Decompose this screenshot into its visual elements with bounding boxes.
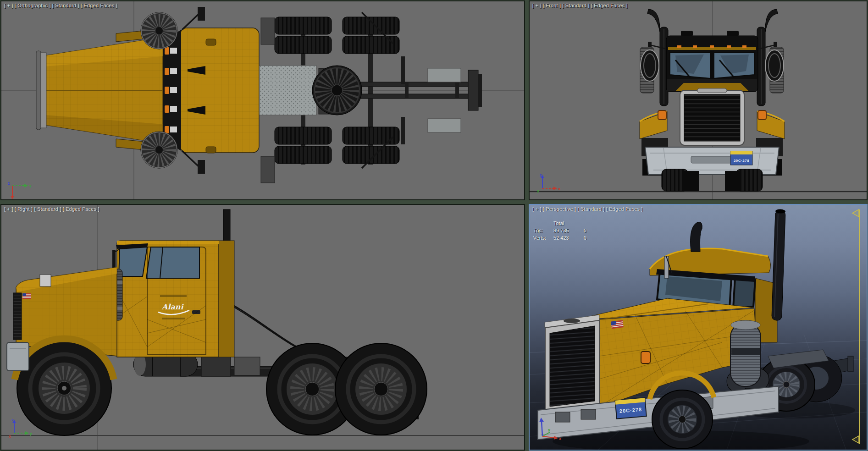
axis-gizmo-front-view: z x y	[537, 173, 560, 193]
stats-total-header: Total	[553, 220, 584, 228]
svg-text:Alani: Alani	[161, 302, 184, 311]
truck-perspective-view[interactable]: 20C·278	[538, 209, 855, 450]
exhaust-stack-left	[691, 222, 702, 252]
svg-text:z: z	[540, 173, 542, 177]
stats-verts-label: Verts:	[533, 235, 553, 242]
fender-marker-light	[658, 110, 666, 120]
exhaust-stack-right	[772, 209, 785, 320]
viewport-menu-general[interactable]: [ + ]	[4, 206, 13, 212]
axis-gizmo-top-view: z Y	[8, 181, 32, 199]
svg-text:x: x	[558, 187, 560, 191]
cab-side[interactable]: Alani	[116, 241, 234, 357]
differential	[312, 66, 362, 115]
svg-text:x: x	[559, 436, 561, 441]
license-plate: 20C·278	[615, 398, 647, 419]
step-box	[261, 18, 275, 44]
viewport-orthographic[interactable]: [ + ][ Orthographic ][ Standard ][ Edged…	[0, 0, 525, 200]
windshield-side	[119, 247, 147, 276]
grille-emblem	[697, 88, 727, 93]
viewport-menu-render-preset[interactable]: [ Standard ]	[52, 3, 79, 8]
cab-front[interactable]	[666, 31, 758, 92]
grille-front[interactable]	[680, 88, 744, 145]
svg-text:20C·278: 20C·278	[734, 159, 749, 163]
viewport-label-front: [ + ][ Front ][ Standard ][ Edged Faces …	[532, 3, 629, 8]
flag-decal	[22, 293, 31, 299]
svg-text:z: z	[11, 418, 14, 422]
stats-tris-delta: 0	[584, 228, 597, 235]
viewport-menu-pov[interactable]: [ Right ]	[15, 206, 33, 212]
svg-text:y: y	[548, 428, 550, 432]
svg-text:z: z	[8, 181, 10, 186]
viewport-menu-render-preset[interactable]: [ Standard ]	[34, 206, 61, 212]
svg-text:x: x	[9, 434, 11, 439]
viewport-menu-render-preset[interactable]: [ Standard ]	[562, 3, 589, 8]
viewport-menu-general[interactable]: [ + ]	[4, 3, 13, 8]
svg-text:y: y	[30, 431, 32, 436]
stats-tris-value: 89 735	[553, 228, 584, 235]
viewport-menu-general[interactable]: [ + ]	[532, 206, 542, 212]
viewport-label-perspective: [ + ][ Perspective ][ Standard ][ Edged …	[532, 206, 644, 212]
battery-box	[234, 357, 260, 375]
truck-side-view[interactable]: Alani	[7, 209, 427, 435]
right-scene[interactable]: Alani	[1, 205, 524, 450]
viewport-menu-render-preset[interactable]: [ Standard ]	[577, 206, 604, 212]
stats-verts-delta: 0	[584, 235, 597, 242]
tow-pin-hole	[581, 409, 596, 419]
step-box	[261, 156, 275, 183]
fender-marker-light	[758, 110, 766, 120]
viewport-menu-shading[interactable]: [ Edged Faces ]	[606, 206, 643, 212]
rear-wheel	[335, 343, 427, 435]
mirror-head	[198, 7, 205, 21]
orthographic-scene[interactable]: z Y	[1, 1, 524, 199]
viewport-menu-shading[interactable]: [ Edged Faces ]	[591, 3, 628, 8]
windshield-right	[733, 278, 755, 308]
grille[interactable]	[545, 315, 599, 412]
truck-top-view[interactable]	[36, 7, 482, 183]
viewport-menu-pov[interactable]: [ Orthographic ]	[15, 3, 51, 8]
viewport-menu-pov[interactable]: [ Front ]	[543, 3, 561, 8]
front-bumper-side	[7, 342, 29, 371]
hood-top[interactable]	[36, 29, 163, 152]
viewport-menu-pov[interactable]: [ Perspective ]	[543, 206, 576, 212]
viewport-front[interactable]: [ + ][ Front ][ Standard ][ Edged Faces …	[529, 0, 868, 200]
grille-side	[13, 293, 22, 340]
viewport-label-orthographic: [ + ][ Orthographic ][ Standard ][ Edged…	[4, 3, 119, 8]
deck-plate	[257, 66, 316, 115]
inner-tire	[683, 171, 699, 191]
headlight	[40, 275, 51, 286]
viewport-menu-shading[interactable]: [ Edged Faces ]	[63, 206, 100, 212]
svg-text:y: y	[537, 188, 539, 193]
cab-roof-top[interactable]	[180, 28, 259, 153]
viewport-right[interactable]: [ + ][ Right ][ Standard ][ Edged Faces …	[0, 204, 525, 451]
inner-tire	[725, 171, 741, 191]
viewport-menu-general[interactable]: [ + ]	[532, 3, 542, 8]
step-box	[201, 356, 231, 376]
fender-marker-light	[641, 352, 650, 363]
viewport-quad-layout: [ + ][ Orthographic ][ Standard ][ Edged…	[0, 0, 868, 451]
stats-verts-value: 52 423	[553, 235, 584, 242]
stats-tris-label: Tris:	[533, 228, 553, 235]
polygon-statistics: Total Tris:89 7350 Verts:52 4230	[533, 220, 597, 242]
mirror-head	[198, 160, 205, 174]
license-plate: 20C·278	[730, 151, 752, 165]
svg-text:Y: Y	[29, 184, 32, 188]
front-scene[interactable]: 20C·278 z x y	[530, 1, 867, 199]
front-wheel	[652, 390, 713, 449]
truck-front-view[interactable]: 20C·278	[640, 9, 785, 191]
air-cleaner	[730, 320, 761, 386]
viewport-menu-shading[interactable]: [ Edged Faces ]	[81, 3, 117, 8]
viewport-perspective[interactable]: [ + ][ Perspective ][ Standard ][ Edged …	[529, 204, 868, 451]
door-window	[146, 247, 199, 278]
tow-pin-hole	[555, 412, 570, 422]
door-handle	[192, 310, 200, 314]
viewport-label-right: [ + ][ Right ][ Standard ][ Edged Faces …	[4, 206, 101, 212]
mirror	[664, 256, 669, 278]
